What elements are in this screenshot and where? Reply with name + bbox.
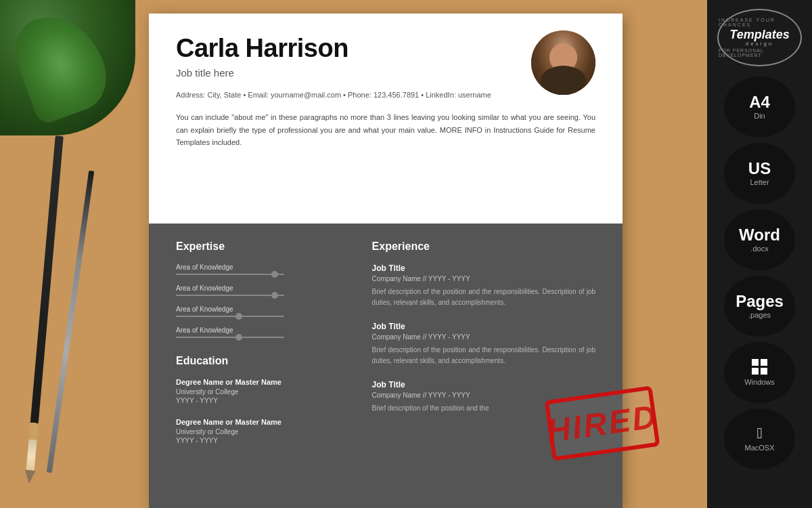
skill-dot-3 [235,313,242,320]
skill-item-3: Area of Knowledge [176,305,352,317]
education-section: Education Degree Name or Master Name Uni… [176,355,352,444]
format-btn-us-main: US [748,161,771,177]
win-tile-1 [752,359,759,366]
skill-bar-container-2 [176,295,352,296]
win-tile-3 [752,368,759,375]
logo-brand: Templates [729,28,789,41]
exp-jobtitle-1: Job Title [372,263,595,273]
skill-track-1 [176,274,284,275]
format-btn-windows-sub: Windows [744,378,775,386]
exp-item-1: Job Title Company Name // YYYY - YYYY Br… [372,263,595,308]
windows-icon [752,359,767,375]
exp-company-2: Company Name // YYYY - YYYY [372,333,595,341]
skill-dot-2 [271,292,278,299]
left-column: Expertise Area of Knowledge Area of Know… [176,240,352,494]
format-btn-mac[interactable]:  MacOSX [724,408,795,469]
experience-title: Experience [372,240,595,253]
expertise-title: Expertise [176,240,352,253]
exp-desc-2: Brief description of the position and th… [372,345,595,366]
format-btn-a4[interactable]: A4 Din [724,77,795,137]
hired-text: HIRED [545,397,660,449]
win-tile-4 [761,368,767,375]
format-btn-windows[interactable]: Windows [724,342,795,403]
edu-year-2: YYYY - YYYY [176,437,352,444]
format-btn-a4-main: A4 [749,94,770,110]
exp-jobtitle-2: Job Title [372,322,595,331]
logo-design: design [746,41,774,47]
education-title: Education [176,355,352,367]
resume-body: Expertise Area of Knowledge Area of Know… [149,224,623,508]
format-btn-pages-main: Pages [736,293,784,310]
skill-dot-4 [235,334,242,341]
skill-item-4: Area of Knowledge [176,326,352,338]
format-btn-us-sub: Letter [750,178,769,186]
edu-school-1: University or College [176,388,352,396]
templates-logo: INCREASE YOUR CHANCES Templates design F… [716,7,804,68]
skill-label-3: Area of Knowledge [176,305,352,313]
edu-item-1: Degree Name or Master Name University or… [176,378,352,404]
logo-increase-text: INCREASE YOUR CHANCES [719,18,800,27]
resume-header: Carla Harrison Job title here Address: C… [149,14,623,224]
skill-dot-1 [271,271,278,278]
skill-track-2 [176,295,284,296]
format-btn-word[interactable]: Word .docx [724,209,795,270]
format-btn-pages[interactable]: Pages .pages [724,276,795,337]
format-btn-mac-sub: MacOSX [744,444,774,452]
exp-item-2: Job Title Company Name // YYYY - YYYY Br… [372,322,595,366]
win-tile-2 [761,359,767,366]
skill-item-2: Area of Knowledge [176,284,352,296]
edu-degree-2: Degree Name or Master Name [176,418,352,426]
skill-label-1: Area of Knowledge [176,263,352,271]
logo-for-text: FOR PERSONAL DEVELOPMENT [719,48,800,58]
skill-track-4 [176,337,284,338]
profile-photo [531,30,595,95]
format-btn-us[interactable]: US Letter [724,143,795,204]
logo-circle: INCREASE YOUR CHANCES Templates design F… [717,9,802,66]
apple-icon:  [757,426,762,441]
right-sidebar: INCREASE YOUR CHANCES Templates design F… [707,0,812,508]
format-btn-pages-sub: .pages [748,311,771,319]
exp-desc-1: Brief description of the position and th… [372,287,595,308]
edu-degree-1: Degree Name or Master Name [176,378,352,386]
edu-school-2: University or College [176,428,352,436]
format-btn-word-main: Word [739,227,780,243]
skill-track-3 [176,316,284,317]
skill-bar-container-4 [176,337,352,338]
exp-jobtitle-3: Job Title [372,380,595,389]
format-btn-word-sub: .docx [750,245,768,253]
profile-photo-inner [531,30,595,95]
skill-label-2: Area of Knowledge [176,284,352,292]
exp-company-1: Company Name // YYYY - YYYY [372,275,595,282]
skill-bar-container-3 [176,316,352,317]
edu-item-2: Degree Name or Master Name University or… [176,418,352,444]
skill-item-1: Area of Knowledge [176,263,352,275]
skill-bar-container-1 [176,274,352,275]
format-btn-a4-sub: Din [754,112,765,120]
resume-about: You can include "about me" in these para… [176,111,595,149]
skill-label-4: Area of Knowledge [176,326,352,334]
edu-year-1: YYYY - YYYY [176,397,352,404]
